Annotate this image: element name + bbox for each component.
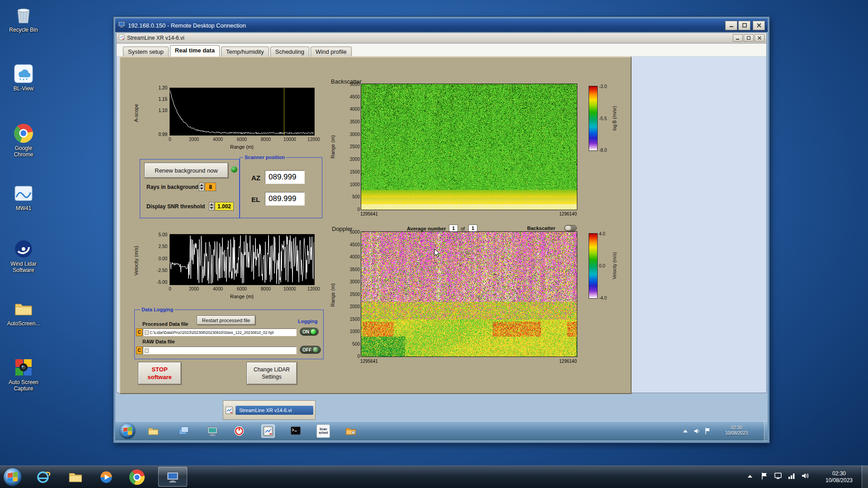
rdp-titlebar: 192.168.0.150 - Remote Desktop Connectio…: [115, 19, 768, 32]
desktop-icon-autoscreen[interactable]: AutoScreen...: [4, 298, 43, 327]
host-taskbar-chrome-icon[interactable]: [128, 469, 146, 486]
remote-show-desktop-button[interactable]: [764, 422, 768, 441]
labview-maximize-button[interactable]: [744, 34, 754, 42]
host-clock-date: 10/08/2023: [819, 477, 859, 484]
host-tray-display-icon[interactable]: [774, 472, 782, 480]
ascope-x-ticks: 020004000600080001000012000: [161, 137, 323, 142]
remote-taskbar-windows-icon[interactable]: [177, 424, 191, 438]
host-taskbar-rdp-task[interactable]: [158, 467, 187, 487]
settings-line1: Change LiDAR: [254, 366, 290, 373]
tick-label: -5.00: [157, 280, 167, 285]
snr-spinner[interactable]: [209, 202, 214, 211]
remote-taskbar-scan-sched-icon[interactable]: Scan sched: [316, 424, 330, 438]
tick-label: 2.50: [159, 244, 167, 249]
a-scope-plot: [170, 88, 314, 135]
tab-system-setup[interactable]: System setup: [123, 47, 169, 56]
tick-label: -3.0: [599, 84, 607, 89]
labview-minimize-button[interactable]: [733, 34, 743, 42]
remote-start-button[interactable]: [120, 423, 135, 439]
tick-label: 3000: [350, 279, 360, 284]
raw-logging-toggle[interactable]: OFF: [300, 346, 321, 354]
processed-path-field[interactable]: C:\Lidar\Data\Proc\2023\202308\20230810\…: [143, 328, 297, 336]
tick-label: 2500: [350, 144, 360, 149]
tick-label: 1000: [350, 182, 360, 187]
change-lidar-settings-button[interactable]: Change LiDAR Settings: [246, 362, 297, 385]
remote-task-button[interactable]: StreamLine XR v14-6.vi: [223, 400, 316, 420]
windows-flag-icon: [123, 427, 132, 436]
host-taskbar-ie-icon[interactable]: [34, 469, 52, 486]
desktop-icon-recycle-bin[interactable]: Recycle Bin: [4, 5, 43, 33]
host-show-desktop-button[interactable]: [862, 465, 868, 488]
remote-taskbar-power-icon[interactable]: [232, 424, 246, 438]
bl-view-icon: [13, 63, 34, 84]
processed-logging-toggle[interactable]: ON: [300, 328, 319, 336]
tick-label: 4500: [350, 94, 360, 99]
tab-temp-humidity[interactable]: Temp/humidity: [221, 47, 269, 56]
average-total-field[interactable]: 1: [468, 225, 477, 232]
backscatter-toggle[interactable]: [564, 225, 577, 231]
host-clock[interactable]: 02:30 10/08/2023: [819, 470, 859, 484]
host-taskbar-media-player-icon[interactable]: [98, 469, 115, 486]
rdp-window: 192.168.0.150 - Remote Desktop Connectio…: [113, 17, 769, 443]
remote-taskbar-cmd-icon[interactable]: [289, 424, 302, 438]
doppler-heatmap: [361, 232, 577, 357]
tick-label: -8.0: [599, 148, 607, 153]
desktop-icon-google-chrome[interactable]: Google Chrome: [4, 123, 43, 158]
host-tray-volume-icon[interactable]: [801, 472, 809, 480]
rays-value-field[interactable]: 8: [205, 183, 216, 191]
host-tray-up-arrow-icon[interactable]: [747, 474, 753, 479]
labview-close-button[interactable]: [755, 34, 764, 42]
ascope-y-axis-label: A-scope: [133, 93, 139, 133]
rays-spinner[interactable]: [199, 183, 204, 191]
restart-processed-file-button[interactable]: Restart processed file: [197, 315, 255, 325]
on-label: ON: [302, 329, 309, 334]
raw-drive-box[interactable]: C: [136, 347, 142, 354]
desktop-icon-wind-lidar[interactable]: Wind Lidar Software: [4, 239, 43, 273]
desktop-icon-bl-view[interactable]: BL-View: [4, 63, 43, 92]
data-logging-title: Data Logging: [140, 307, 175, 312]
tick-label: -4.0: [599, 296, 607, 300]
tick-label: 4000: [209, 286, 227, 291]
tick-label: 1500: [350, 317, 360, 322]
remote-clock[interactable]: 02:30 10/08/2023: [717, 425, 756, 436]
host-start-button[interactable]: [4, 468, 22, 486]
remote-taskbar-files-icon[interactable]: [344, 424, 358, 438]
az-label: AZ: [251, 174, 260, 182]
remote-taskbar-folder-icon[interactable]: [146, 424, 160, 438]
desktop-icon-auto-screen-capture[interactable]: Auto Screen Capture: [4, 357, 43, 392]
icon-label: MW41: [16, 205, 32, 211]
backscatter-y-ticks: 5000450040003500300025002000150010005000: [338, 82, 360, 212]
remote-tray-volume-icon[interactable]: [693, 427, 701, 435]
host-tray-network-icon[interactable]: [788, 472, 796, 480]
raw-data-file-label: RAW Data file: [142, 339, 175, 344]
average-number-field[interactable]: 1: [449, 225, 458, 232]
raw-path-field[interactable]: [143, 347, 297, 354]
snr-value-field[interactable]: 1.002: [215, 202, 234, 211]
host-taskbar-explorer-icon[interactable]: [67, 469, 84, 486]
logging-label: Logging: [297, 319, 319, 324]
rdp-client-area: StreamLine XR v14-6.vi System setup Real…: [115, 32, 768, 441]
remote-task-button-label: StreamLine XR v14-6.vi: [236, 406, 313, 415]
renew-background-button[interactable]: Renew background now: [144, 163, 228, 178]
remote-taskbar-display-icon[interactable]: [206, 424, 219, 438]
remote-taskbar-labview-icon[interactable]: [261, 424, 275, 438]
stop-software-button[interactable]: STOP software: [138, 362, 181, 385]
host-tray-flag-icon[interactable]: [760, 472, 769, 480]
rdp-close-button[interactable]: [753, 21, 765, 30]
remote-clock-time: 02:30: [717, 425, 756, 431]
el-field[interactable]: 089.999: [265, 192, 305, 206]
desktop-icon-mw41[interactable]: MW41: [4, 183, 43, 211]
rdp-minimize-button[interactable]: [725, 21, 737, 30]
tab-scheduling[interactable]: Scheduling: [270, 47, 309, 56]
az-field[interactable]: 089.999: [265, 170, 305, 184]
tab-wind-profile[interactable]: Wind profile: [311, 47, 352, 56]
tab-real-time-data[interactable]: Real time data: [170, 45, 220, 56]
remote-tray-up-arrow-icon[interactable]: [683, 429, 688, 433]
tick-label: 1.20: [146, 85, 167, 90]
processed-drive-box[interactable]: C: [136, 328, 142, 336]
mw41-icon: [13, 183, 34, 204]
backscatter-colorbar: [589, 86, 597, 150]
rdp-maximize-button[interactable]: [738, 21, 750, 30]
desktop: Recycle Bin BL-View Google Chrome MW41 W…: [0, 0, 868, 488]
remote-tray-flag-icon[interactable]: [704, 427, 712, 435]
